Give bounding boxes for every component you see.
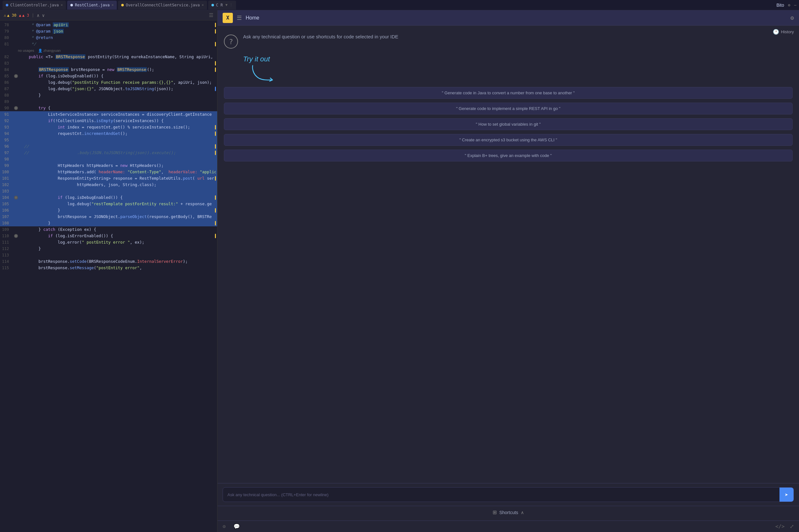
help-circle-icon[interactable]: ⊙ (223, 524, 226, 529)
line-number: 93 (0, 124, 13, 130)
chat-icon[interactable]: 💬 (234, 524, 240, 529)
line-number: 102 (0, 182, 13, 188)
tab-close[interactable]: ✕ (112, 3, 114, 7)
code-line: 88 } (0, 92, 217, 98)
bito-settings-btn[interactable]: ⚙ (791, 14, 794, 21)
line-content: // (19, 143, 215, 150)
user-label: 👤 zhangyuan (38, 47, 61, 54)
line-content: // .body(JSON.toJSONString(json)).execut… (19, 150, 215, 156)
tab-more[interactable]: ⋮ (229, 3, 233, 7)
tab-client-controller[interactable]: ClientController.java ✕ (3, 1, 66, 10)
line-number: 100 (0, 169, 13, 175)
line-number: 103 (0, 188, 13, 194)
line-number: 95 (0, 137, 13, 143)
suggestion-btn-3[interactable]: " Create an encrypted s3 bucket using th… (224, 134, 793, 146)
warning-icon: ⚠ (4, 13, 6, 18)
suggestion-btn-4[interactable]: " Explain B+ trees, give an example with… (224, 150, 793, 162)
line-marker (215, 42, 216, 46)
titlebar-right: Bito ⚙ — (776, 3, 796, 8)
settings-gear-icon[interactable]: ⚙ (791, 14, 794, 21)
line-gutter: ○ (13, 74, 19, 78)
arrow-icon (249, 64, 275, 82)
settings-icon[interactable]: ⚙ (788, 3, 791, 7)
line-marker (215, 195, 216, 200)
code-line: 114 brstResponse.setCode(BRSResponseCode… (0, 258, 217, 265)
bito-send-btn[interactable]: ➤ (780, 488, 794, 501)
line-content: requestCnt.incrementAndGet(); (19, 130, 215, 137)
shortcuts-button[interactable]: ⊞ Shortcuts ∧ (493, 509, 524, 515)
tab-close[interactable]: ✕ (61, 3, 63, 7)
bito-input-field[interactable] (223, 489, 780, 501)
toolbar-down-btn[interactable]: ∨ (42, 13, 44, 18)
code-line: 110 ○ if (log.isErrorEnabled()) { (0, 233, 217, 239)
editor-pane: ⚠ ▲ 30 ▲ ▲ 3 | ∧ ∨ ☰ 78 * @param apiUri (0, 10, 218, 532)
line-content: * @return (19, 35, 216, 41)
line-content: if (log.isErrorEnabled()) { (19, 233, 215, 239)
line-content: log.debug("postEntity Function receive p… (19, 79, 216, 86)
bito-welcome: ? Ask any technical question or use shor… (224, 33, 793, 49)
breakpoint-icon[interactable]: ○ (14, 74, 18, 78)
minimize-icon[interactable]: — (794, 3, 796, 7)
code-line-selected: 104 ○ if (log.isDebugEnabled()) { (0, 194, 217, 201)
right-bottom-icons: </> ⤢ (775, 524, 794, 529)
bito-hamburger-icon[interactable]: ☰ (237, 14, 242, 21)
right-gutter-icon[interactable]: ☰ (209, 12, 213, 18)
code-line: 109 } catch (Exception ex) { (0, 226, 217, 233)
tab-close[interactable]: ✕ (202, 3, 204, 7)
line-number: 101 (0, 175, 13, 182)
line-marker (215, 208, 216, 213)
code-icon[interactable]: </> (775, 524, 785, 529)
main-layout: ⚠ ▲ 30 ▲ ▲ 3 | ∧ ∨ ☰ 78 * @param apiUri (0, 10, 799, 532)
toolbar-up-btn[interactable]: ∧ (37, 13, 39, 18)
breakpoint-icon[interactable]: ○ (14, 234, 18, 238)
tab-rest-client[interactable]: RestClient.java ✕ (67, 1, 117, 10)
tab-label: ClientController.java (10, 3, 59, 7)
code-area[interactable]: 78 * @param apiUri 79 * @param json 80 *… (0, 20, 217, 532)
code-line: 90 ○ try { (0, 105, 217, 111)
warning-count: ▲ 30 (7, 13, 16, 18)
breakpoint-icon[interactable]: ○ (14, 196, 18, 200)
suggestion-btn-0[interactable]: " Generate code in Java to convert a num… (224, 87, 793, 99)
code-line-selected: 95 (0, 137, 217, 143)
tab-overall-connect[interactable]: OverallConnectClientService.java ✕ (118, 1, 207, 10)
line-gutter: ○ (13, 196, 19, 200)
code-line: 81 */ (0, 41, 217, 47)
line-marker (215, 221, 216, 225)
line-number: 106 (0, 207, 13, 213)
line-content: List<ServiceInstance> serviceInstances =… (19, 111, 216, 118)
line-marker (215, 68, 216, 72)
bito-footer: ⊞ Shortcuts ∧ (218, 506, 799, 520)
suggestion-btn-2[interactable]: " How to set global variables in git " (224, 118, 793, 130)
line-content: } catch (Exception ex) { (19, 226, 216, 233)
chevron-up-icon: ∧ (521, 510, 524, 515)
tab-dropdown[interactable]: ▼ (225, 3, 228, 7)
bito-close-btn[interactable]: X (223, 13, 233, 23)
line-number: 89 (0, 98, 13, 105)
line-content: * @param apiUri (19, 22, 215, 28)
line-marker (215, 125, 216, 130)
breakpoint-icon[interactable]: ○ (14, 106, 18, 110)
bottom-icons-bar: ⊙ 💬 </> ⤢ (218, 520, 799, 532)
line-content: */ (19, 41, 215, 47)
line-number: 83 (0, 60, 13, 66)
line-content: if (log.isDebugEnabled()) { (19, 73, 216, 79)
code-line-selected: 100 httpHeaders.add( headerName: "Conten… (0, 169, 217, 175)
line-marker (215, 29, 216, 34)
code-line-selected: 108 } (0, 220, 217, 226)
line-number: 97 (0, 150, 13, 156)
line-number: 99 (0, 163, 13, 169)
suggestion-btn-1[interactable]: " Generate code to implement a simple RE… (224, 102, 793, 114)
bito-content[interactable]: ? Ask any technical question or use shor… (218, 25, 799, 483)
line-number: 94 (0, 130, 13, 137)
line-number: 96 (0, 143, 13, 150)
tab-cr[interactable]: C R ▼ ⋮ (208, 1, 236, 10)
line-number: 91 (0, 111, 13, 118)
warning-badge: ⚠ ▲ 30 (4, 13, 16, 18)
line-number: 104 (0, 194, 13, 201)
code-line: 80 * @return (0, 35, 217, 41)
try-it-out-section: Try it out (224, 55, 793, 80)
error-badge: ▲ ▲ 3 (19, 13, 29, 18)
code-meta-line: no usages 👤 zhangyuan (0, 47, 217, 54)
expand-icon[interactable]: ⤢ (790, 524, 794, 529)
bito-input-wrapper: ➤ (223, 487, 794, 502)
